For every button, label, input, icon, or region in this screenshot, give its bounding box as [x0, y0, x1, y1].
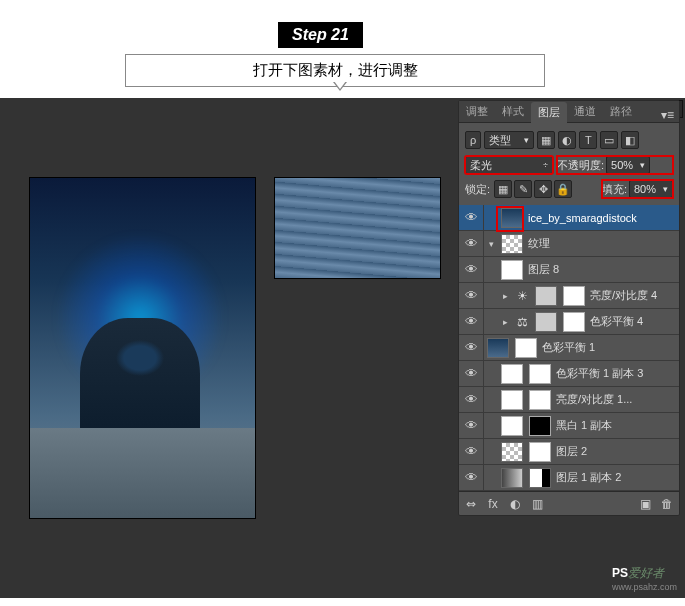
layer-mask-thumbnail[interactable]: [529, 442, 551, 462]
layer-mask-thumbnail[interactable]: [563, 286, 585, 306]
layer-row[interactable]: 👁▸⚖色彩平衡 4: [459, 309, 679, 335]
filter-text-icon[interactable]: T: [579, 131, 597, 149]
filter-type-value: 类型: [489, 133, 511, 148]
visibility-eye-icon[interactable]: 👁: [459, 236, 483, 251]
visibility-eye-icon[interactable]: 👁: [459, 444, 483, 459]
visibility-eye-icon[interactable]: 👁: [459, 314, 483, 329]
visibility-eye-icon[interactable]: 👁: [459, 366, 483, 381]
layer-thumbnail[interactable]: [535, 312, 557, 332]
opacity-value: 50%: [611, 159, 633, 171]
visibility-eye-icon[interactable]: 👁: [459, 340, 483, 355]
fx-icon[interactable]: fx: [485, 496, 501, 512]
filter-type-row: ρ 类型▾ ▦ ◐ T ▭ ◧: [465, 127, 673, 153]
layer-thumbnail[interactable]: [501, 416, 523, 436]
layer-mask-thumbnail[interactable]: [529, 364, 551, 384]
layer-thumbnail[interactable]: [501, 260, 523, 280]
lock-transparency-icon[interactable]: ▦: [494, 180, 512, 198]
blend-opacity-row: 柔光÷ 不透明度: 50%▾: [465, 153, 673, 177]
layer-thumbnail[interactable]: [501, 208, 523, 228]
callout-pointer: [333, 82, 347, 91]
layer-row[interactable]: 👁图层 8: [459, 257, 679, 283]
opacity-input[interactable]: 50%▾: [606, 156, 650, 174]
new-layer-icon[interactable]: ▣: [637, 496, 653, 512]
layer-name-label[interactable]: 图层 1 副本 2: [554, 470, 679, 485]
visibility-eye-icon[interactable]: 👁: [459, 288, 483, 303]
mask-icon[interactable]: ◐: [507, 496, 523, 512]
tab-adjustments[interactable]: 调整: [459, 101, 495, 122]
layer-name-label[interactable]: 亮度/对比度 4: [588, 288, 679, 303]
filter-smart-icon[interactable]: ◧: [621, 131, 639, 149]
trash-icon[interactable]: 🗑: [659, 496, 675, 512]
opacity-label: 不透明度:: [557, 158, 604, 173]
layer-name-label[interactable]: 亮度/对比度 1...: [554, 392, 679, 407]
chevron-down-icon: ÷: [543, 160, 548, 170]
visibility-eye-icon[interactable]: 👁: [459, 392, 483, 407]
tab-styles[interactable]: 样式: [495, 101, 531, 122]
layer-row[interactable]: 👁ice_by_smaragdistock: [459, 205, 679, 231]
layer-thumbnail[interactable]: [501, 364, 523, 384]
layer-name-label[interactable]: 纹理: [526, 236, 679, 251]
layer-row[interactable]: 👁▸☀亮度/对比度 4: [459, 283, 679, 309]
layer-thumbnail[interactable]: [501, 390, 523, 410]
layer-name-label[interactable]: 黑白 1 副本: [554, 418, 679, 433]
lock-label: 锁定:: [465, 182, 490, 197]
visibility-eye-icon[interactable]: 👁: [459, 262, 483, 277]
visibility-eye-icon[interactable]: 👁: [459, 418, 483, 433]
lock-position-icon[interactable]: ✥: [534, 180, 552, 198]
lock-pixels-icon[interactable]: ✎: [514, 180, 532, 198]
layer-name-label[interactable]: 图层 2: [554, 444, 679, 459]
layer-mask-thumbnail[interactable]: [563, 312, 585, 332]
layer-thumbnail[interactable]: [535, 286, 557, 306]
fill-value: 80%: [634, 183, 656, 195]
layer-name-label[interactable]: 图层 8: [526, 262, 679, 277]
adjustment-icon[interactable]: ▥: [529, 496, 545, 512]
tab-layers[interactable]: 图层: [531, 102, 567, 123]
layer-name-label[interactable]: 色彩平衡 1 副本 3: [554, 366, 679, 381]
lock-all-icon[interactable]: 🔒: [554, 180, 572, 198]
chevron-down-icon: ▾: [663, 184, 668, 194]
clip-arrow-icon: ▸: [498, 317, 512, 327]
fill-input[interactable]: 80%▾: [629, 180, 673, 198]
filter-adjust-icon[interactable]: ◐: [558, 131, 576, 149]
fill-label: 填充:: [602, 182, 627, 197]
filter-type-dropdown[interactable]: 类型▾: [484, 131, 534, 149]
layers-bottom-bar: ⇔ fx ◐ ▥ ▣ 🗑: [459, 491, 679, 515]
layer-mask-thumbnail[interactable]: [515, 338, 537, 358]
watermark-text: 爱好者: [628, 566, 664, 580]
filter-pixel-icon[interactable]: ▦: [537, 131, 555, 149]
layer-row[interactable]: 👁图层 2: [459, 439, 679, 465]
layer-name-label[interactable]: ice_by_smaragdistock: [526, 212, 679, 224]
layer-row[interactable]: 👁图层 1 副本 2: [459, 465, 679, 491]
tab-channels[interactable]: 通道: [567, 101, 603, 122]
filter-kind-icon[interactable]: ρ: [465, 131, 481, 149]
layer-row[interactable]: 👁▾纹理: [459, 231, 679, 257]
layer-thumbnail[interactable]: [501, 234, 523, 254]
layer-row[interactable]: 👁色彩平衡 1 副本 3: [459, 361, 679, 387]
layer-mask-thumbnail[interactable]: [529, 390, 551, 410]
visibility-eye-icon[interactable]: 👁: [459, 470, 483, 485]
panel-menu-icon[interactable]: ▾≡: [656, 108, 679, 122]
panel-tabs: 调整 样式 图层 通道 路径 ▾≡: [459, 101, 679, 123]
layer-thumbnail[interactable]: [501, 468, 523, 488]
tab-paths[interactable]: 路径: [603, 101, 639, 122]
link-layers-icon[interactable]: ⇔: [463, 496, 479, 512]
layer-row[interactable]: 👁色彩平衡 1: [459, 335, 679, 361]
layer-name-label[interactable]: 色彩平衡 4: [588, 314, 679, 329]
chevron-down-icon: ▾: [640, 160, 645, 170]
filter-shape-icon[interactable]: ▭: [600, 131, 618, 149]
layer-thumbnail[interactable]: [487, 338, 509, 358]
canvas-document-texture[interactable]: [275, 178, 440, 278]
layer-row[interactable]: 👁黑白 1 副本: [459, 413, 679, 439]
adjustment-icon: ☀: [512, 289, 532, 303]
layer-mask-thumbnail[interactable]: [529, 468, 551, 488]
blend-mode-dropdown[interactable]: 柔光÷: [465, 156, 553, 174]
blend-mode-value: 柔光: [470, 158, 492, 173]
layer-mask-thumbnail[interactable]: [529, 416, 551, 436]
layer-name-label[interactable]: 色彩平衡 1: [540, 340, 679, 355]
layer-row[interactable]: 👁亮度/对比度 1...: [459, 387, 679, 413]
canvas-document-main[interactable]: [30, 178, 255, 518]
group-fold-icon[interactable]: ▾: [484, 239, 498, 249]
layer-thumbnail[interactable]: [501, 442, 523, 462]
chevron-down-icon: ▾: [524, 135, 529, 145]
visibility-eye-icon[interactable]: 👁: [459, 210, 483, 225]
